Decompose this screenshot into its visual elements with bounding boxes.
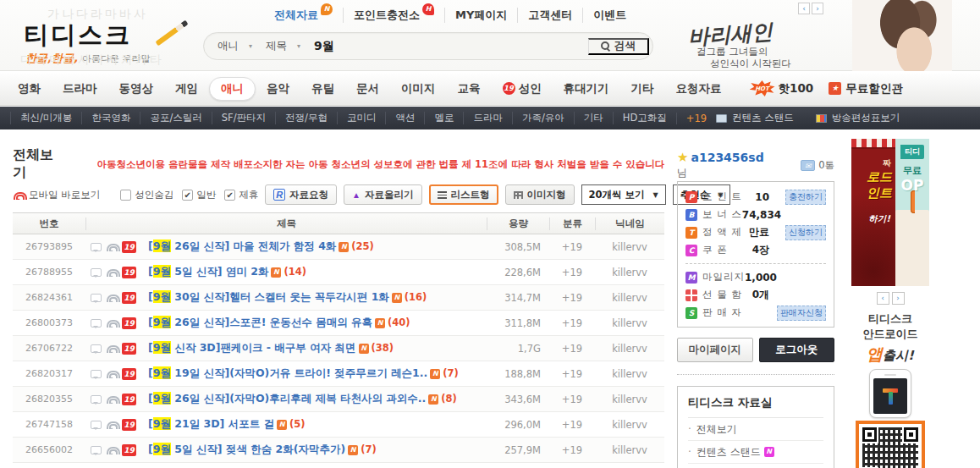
subnav-item[interactable]: 코미디 <box>337 112 386 124</box>
subnav-item[interactable]: 드라마 <box>463 112 512 124</box>
table-row[interactable]: 26800373 19 [9월 26일 신작]스포콘! 운동선수 몸매의 유혹N… <box>13 311 664 336</box>
broadcast-schedule-link[interactable]: 방송편성표보기 <box>816 112 900 124</box>
checkbox-icon[interactable] <box>120 190 131 201</box>
subnav-item[interactable]: 액션 <box>385 112 424 124</box>
table-row[interactable]: 26747158 19 [9월 21일 3D] 서포트 걸N(5) 296,0M… <box>13 412 664 438</box>
subnav-item[interactable]: 공포/스릴러 <box>140 112 211 124</box>
t-logo-icon <box>889 392 893 405</box>
main-nav-item[interactable]: 동영상 <box>108 78 165 100</box>
utility-menu-item[interactable]: 전체자료 N <box>264 8 343 23</box>
row-title-link[interactable]: [9월 19일 신작](자막O)거유 트라이! 젖주무르기 레슨1..N(7) <box>148 366 487 381</box>
request-data-button[interactable]: R 자료요청 <box>265 184 337 205</box>
filter-checkbox[interactable]: ✔ 일반 <box>182 189 216 201</box>
site-logo[interactable]: 가나다라마바사 티디스크 한글,한글, 아름다운 우리말 다라마바사아자차카타 <box>19 5 201 68</box>
subnav-item[interactable]: HD고화질 <box>613 112 676 124</box>
subnav-item[interactable]: 전쟁/무협 <box>275 112 337 124</box>
ad-slide-points[interactable]: 짜 로드 인트 하기! <box>851 139 895 286</box>
next-arrow-icon[interactable]: › <box>812 3 823 14</box>
filter-checkbox[interactable]: 성인숨김 <box>120 189 173 201</box>
table-row[interactable]: 26788955 19 [9월 5일 신작] 염미 2화N(14) 228,6M… <box>13 260 664 285</box>
main-nav-item[interactable]: 19 성인 <box>492 78 553 100</box>
account-action-button[interactable]: 충전하기 <box>785 190 826 205</box>
main-nav-item[interactable]: 영화 <box>7 78 52 100</box>
row-title-link[interactable]: [9월 5일 신작] 젖색 한숨 2화(자막추가)N(7) <box>148 443 487 457</box>
request-data-label: 자료요청 <box>289 189 328 201</box>
next-arrow-icon[interactable]: › <box>892 292 905 305</box>
row-title-link[interactable]: [9월 26일 신작](자막O)후리후레 제복 타천사의 과외수..N(8) <box>148 392 487 406</box>
row-title-link[interactable]: [9월 21일 3D] 서포트 걸N(5) <box>148 417 487 432</box>
utility-menu-item[interactable]: 포인트충전소 H <box>343 8 444 23</box>
main-nav-item[interactable]: 휴대기기 <box>553 78 620 100</box>
subnav-item[interactable]: 기타 <box>574 112 613 124</box>
search-field-select[interactable]: 제목 ▾ <box>266 39 314 53</box>
list-view-button[interactable]: 리스트형 <box>429 184 498 205</box>
archive-link[interactable]: 무료/할인 컨텐츠 N <box>688 464 823 468</box>
account-badge-icon: T <box>685 227 697 239</box>
archive-link[interactable]: 전체보기 <box>688 418 823 441</box>
checkbox-icon[interactable]: ✔ <box>224 190 235 201</box>
main-nav-item[interactable]: 이미지 <box>390 78 447 100</box>
main-nav-item[interactable]: 문서 <box>345 78 390 100</box>
search-category-select[interactable]: 애니 ▾ <box>217 39 266 53</box>
row-title-link[interactable]: [9월 30일 신작]헬터 스켈터 웃는 꼭두각시편 1화N(16) <box>148 290 487 305</box>
main-nav-hot100[interactable]: HOT 핫100 <box>750 80 814 96</box>
table-row[interactable]: 26820355 19 [9월 26일 신작](자막O)후리후레 제복 타천사의… <box>13 387 664 412</box>
archive-box-title: 티디스크 자료실 <box>688 395 823 418</box>
ad-banner-carousel[interactable]: 짜 로드 인트 하기! 티디 무료 OP <box>851 139 929 286</box>
qr-code <box>856 421 925 468</box>
main-nav-item[interactable]: 요청자료 <box>665 78 733 100</box>
row-number: 26820355 <box>13 394 85 405</box>
main-nav-free[interactable]: ★ 무료할인관 <box>829 81 903 96</box>
main-nav-item[interactable]: 음악 <box>256 78 300 100</box>
title-bracket: [ <box>148 392 153 405</box>
subnav-item[interactable]: SF/판타지 <box>212 112 275 124</box>
upload-button[interactable]: ▲ 자료올리기 <box>344 184 421 205</box>
main-nav-item[interactable]: 교육 <box>447 78 492 100</box>
subnav-item[interactable]: 한국영화 <box>81 112 140 124</box>
account-action-button[interactable]: 신청하기 <box>785 225 826 240</box>
row-title-link[interactable]: [9월 신작 3D]팬케이크 - 배구부 여자 최면N(38) <box>148 341 487 355</box>
table-row[interactable]: 26793895 19 [9월 26일 신작] 마을 전체가 함정 4화N(25… <box>13 234 664 260</box>
adult-19-badge: 19 <box>122 241 136 253</box>
search-button[interactable]: 검색 <box>588 38 649 55</box>
filter-checkbox[interactable]: ✔ 제휴 <box>224 189 258 201</box>
account-row-value: 1,000 <box>745 272 783 284</box>
utility-menu-item[interactable]: 이벤트 <box>582 8 636 23</box>
main-nav-item[interactable]: 드라마 <box>52 78 108 100</box>
row-title-link[interactable]: [9월 5일 신작] 염미 2화N(14) <box>148 265 487 279</box>
subnav-item[interactable]: 가족/유아 <box>512 112 574 124</box>
per-page-select[interactable]: 20개씩 보기 ▼ <box>581 184 666 205</box>
subnav-item[interactable]: +19 <box>676 113 716 124</box>
subnav-item[interactable]: 최신/미개봉 <box>10 112 81 124</box>
main-nav-item[interactable]: 애니 <box>209 77 256 101</box>
filter-checkboxes: 성인숨김 ✔ 일반 ✔ 제휴 <box>112 189 258 201</box>
search-input[interactable] <box>314 40 588 53</box>
account-action-button[interactable]: 판매자신청 <box>777 306 826 321</box>
prev-arrow-icon[interactable]: ‹ <box>798 3 810 14</box>
table-row[interactable]: 26820317 19 [9월 19일 신작](자막O)거유 트라이! 젖주무르… <box>13 361 664 387</box>
table-row[interactable]: 26824361 19 [9월 30일 신작]헬터 스켈터 웃는 꼭두각시편 1… <box>13 285 664 311</box>
mypage-button[interactable]: 마이페이지 <box>677 338 753 362</box>
utility-menu-label: MY페이지 <box>455 8 507 23</box>
mailbox-link[interactable]: ✉ 0통 <box>801 159 834 172</box>
checkbox-icon[interactable]: ✔ <box>182 190 193 201</box>
utility-menu-item[interactable]: 고객센터 <box>517 8 582 23</box>
mobile-view-link[interactable]: 모바일 바로보기 <box>13 189 100 201</box>
content-stand-link[interactable]: 컨텐츠 스탠드 <box>716 112 794 124</box>
table-row[interactable]: 26656002 19 [9월 5일 신작] 젖색 한숨 2화(자막추가)N(7… <box>13 438 664 463</box>
main-nav-item[interactable]: 유틸 <box>300 78 345 100</box>
row-title-link[interactable]: [9월 26일 신작] 마을 전체가 함정 4화N(25) <box>148 240 487 254</box>
main-nav-item[interactable]: 기타 <box>620 78 665 100</box>
logout-button[interactable]: 로그아웃 <box>759 338 835 362</box>
username-link[interactable]: a123456sd <box>691 151 763 164</box>
header-promo-banner[interactable]: ‹ › 바리새인 걸그룹 그녀들의 성인식이 시작된다 <box>673 0 952 71</box>
prev-arrow-icon[interactable]: ‹ <box>877 292 889 305</box>
image-view-button[interactable]: 이미지형 <box>505 184 575 205</box>
table-row[interactable]: 26706722 19 [9월 신작 3D]팬케이크 - 배구부 여자 최면N(… <box>13 336 664 361</box>
archive-link[interactable]: 컨텐츠 스탠드 N <box>688 441 823 464</box>
subnav-item[interactable]: 멜로 <box>424 112 463 124</box>
ad-slide-open[interactable]: 티디 무료 OP <box>895 139 929 286</box>
row-title-link[interactable]: [9월 26일 신작]스포콘! 운동선수 몸매의 유혹N(40) <box>148 316 487 330</box>
utility-menu-item[interactable]: MY페이지 <box>444 8 517 23</box>
main-nav-item[interactable]: 게임 <box>164 78 209 100</box>
